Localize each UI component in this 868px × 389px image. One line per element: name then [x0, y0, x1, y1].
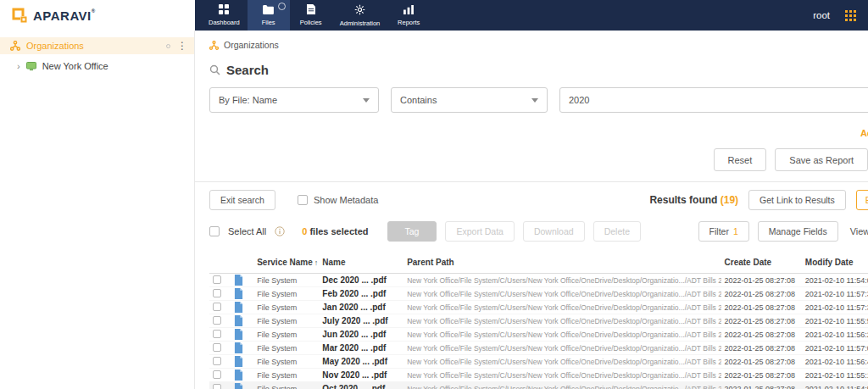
logo: APARAVI®	[0, 0, 195, 31]
chevron-right-icon[interactable]: ›	[17, 61, 20, 71]
bar-chart-icon	[403, 5, 414, 16]
gear-icon	[354, 4, 365, 17]
header-create-date[interactable]: Create Date	[721, 253, 802, 274]
file-icon	[234, 356, 243, 367]
tab-dashboard[interactable]: Dashboard	[201, 0, 248, 31]
cell-service-name: File System	[253, 369, 319, 382]
table-header-row: Service Name↑ Name Parent Path Create Da…	[209, 253, 868, 274]
table-row[interactable]: File SystemMar 2020 ... .pdfNew York Off…	[209, 342, 868, 355]
status-ring-icon	[166, 44, 170, 48]
cell-service-name: File System	[253, 274, 319, 287]
table-row[interactable]: File SystemNov 2020 ... .pdfNew York Off…	[209, 369, 868, 382]
files-selected-text: 0 files selected	[302, 226, 368, 236]
cell-modify-date: 2021-02-10 11:56:49	[802, 355, 868, 369]
header-modify-date[interactable]: Modify Date	[802, 253, 868, 274]
row-checkbox[interactable]	[213, 384, 221, 389]
search-icon	[209, 64, 220, 75]
breadcrumb-label[interactable]: Organizations	[224, 40, 279, 50]
table-row[interactable]: File SystemMay 2020 ... .pdfNew York Off…	[209, 355, 868, 369]
row-checkbox[interactable]	[213, 343, 221, 352]
tab-label: Files	[262, 19, 275, 26]
header-name[interactable]: Name	[319, 253, 403, 274]
chevron-down-icon	[531, 98, 538, 103]
header-parent-path[interactable]: Parent Path	[403, 253, 721, 274]
search-value-input[interactable]	[559, 87, 868, 113]
table-row[interactable]: File SystemJun 2020 ... .pdfNew York Off…	[209, 328, 868, 342]
more-options-icon[interactable]: ⋮	[177, 41, 187, 51]
search-operator-select[interactable]: Contains	[391, 87, 548, 113]
tab-label: Policies	[300, 19, 322, 26]
table-row[interactable]: File SystemJuly 2020 ... .pdfNew York Of…	[209, 314, 868, 328]
main-nav: Dashboard Files Policies Administration	[201, 0, 430, 31]
table-row[interactable]: File SystemDec 2020 ... .pdfNew York Off…	[209, 274, 868, 287]
cell-modify-date: 2021-02-10 11:54:08	[802, 274, 868, 287]
cell-parent-path: New York Office/File System/C/Users/New …	[403, 382, 721, 389]
row-checkbox[interactable]	[213, 316, 221, 325]
table-row[interactable]: File SystemJan 2020 ... .pdfNew York Off…	[209, 301, 868, 314]
cell-service-name: File System	[253, 355, 319, 369]
username[interactable]: root	[813, 10, 830, 20]
tag-button[interactable]: Tag	[387, 221, 437, 242]
cell-modify-date: 2021-02-10 11:57:38	[802, 301, 868, 314]
tab-label: Administration	[340, 19, 381, 27]
table-row[interactable]: File SystemFeb 2020 ... .pdfNew York Off…	[209, 287, 868, 301]
cell-parent-path: New York Office/File System/C/Users/New …	[403, 342, 721, 355]
exit-search-button[interactable]: Exit search	[209, 190, 275, 210]
files-tab-badge-icon	[278, 3, 286, 10]
file-icon	[234, 342, 243, 353]
cell-service-name: File System	[253, 342, 319, 355]
results-found-text: Results found (19)	[649, 194, 738, 206]
save-as-report-button[interactable]: Save as Report	[775, 148, 868, 171]
app-grid-icon[interactable]	[845, 10, 856, 21]
cell-name: Feb 2020 ... .pdf	[319, 287, 403, 301]
show-metadata-checkbox[interactable]	[298, 195, 308, 205]
filter-count-badge: 1	[733, 226, 738, 236]
tab-administration[interactable]: Administration	[332, 0, 388, 31]
header-service-name[interactable]: Service Name↑	[253, 253, 319, 274]
filter-button[interactable]: Filter 1	[698, 221, 749, 242]
add-next-query-link[interactable]: Add next query	[860, 128, 868, 138]
tab-files[interactable]: Files	[248, 0, 290, 31]
view-type-label: View Type	[850, 226, 868, 236]
cell-modify-date: 2021-02-10 11:55:54	[802, 314, 868, 328]
row-checkbox[interactable]	[213, 370, 221, 379]
results-count: (19)	[721, 194, 738, 206]
cell-name: July 2020 ... .pdf	[319, 314, 403, 328]
tab-label: Reports	[398, 19, 420, 26]
file-icon	[234, 329, 243, 340]
row-check-cell	[209, 274, 231, 287]
file-icon	[234, 302, 243, 313]
row-check-cell	[209, 342, 231, 355]
row-checkbox[interactable]	[213, 357, 221, 365]
sidebar-item-new-york-office[interactable]: › New York Office	[0, 58, 194, 75]
row-checkbox[interactable]	[213, 330, 221, 338]
row-checkbox[interactable]	[213, 303, 221, 311]
export-data-button[interactable]: Export Data	[445, 221, 514, 242]
get-link-button[interactable]: Get Link to Results	[748, 190, 846, 210]
row-icon-cell	[231, 382, 253, 389]
header-checkbox-col	[209, 253, 231, 274]
sidebar-item-organizations[interactable]: Organizations ⋮	[0, 37, 194, 54]
info-icon[interactable]	[275, 226, 285, 236]
row-checkbox[interactable]	[213, 289, 221, 297]
reset-button[interactable]: Reset	[714, 148, 767, 171]
row-icon-cell	[231, 355, 253, 369]
row-checkbox[interactable]	[213, 275, 221, 284]
tab-policies[interactable]: Policies	[290, 0, 332, 31]
cell-modify-date: 2021-02-10 11:57:38	[802, 287, 868, 301]
cell-name: Oct 2020 ... .pdf	[319, 382, 403, 389]
cell-service-name: File System	[253, 382, 319, 389]
row-check-cell	[209, 287, 231, 301]
tab-label: Dashboard	[209, 19, 240, 26]
search-field-select[interactable]: By File: Name	[209, 87, 379, 113]
manage-fields-button[interactable]: Manage Fields	[758, 221, 838, 242]
select-all-checkbox[interactable]	[209, 226, 220, 236]
cell-parent-path: New York Office/File System/C/Users/New …	[403, 274, 721, 287]
table-row[interactable]: File SystemOct 2020 ... .pdfNew York Off…	[209, 382, 868, 389]
row-check-cell	[209, 328, 231, 342]
cell-modify-date: 2021-02-10 11:55:17	[802, 369, 868, 382]
export-results-button[interactable]: Export results	[856, 190, 868, 210]
download-button[interactable]: Download	[523, 221, 585, 242]
delete-button[interactable]: Delete	[593, 221, 641, 242]
tab-reports[interactable]: Reports	[387, 0, 430, 31]
